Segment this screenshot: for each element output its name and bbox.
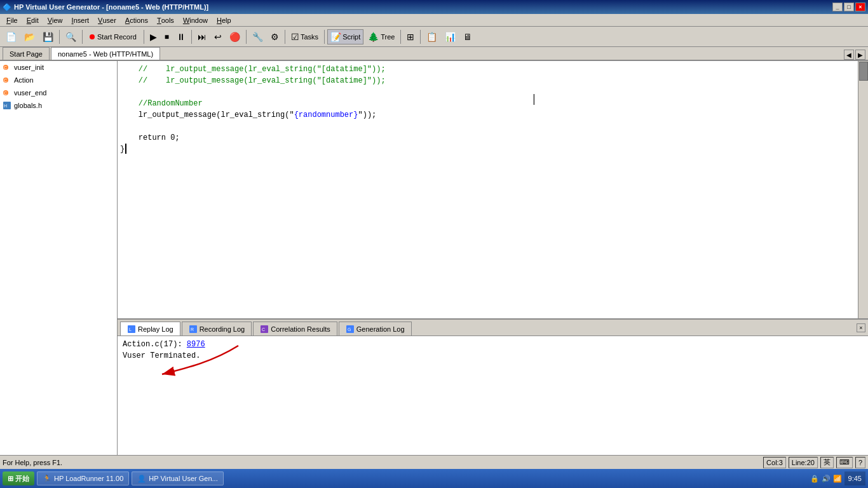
- menu-vuser[interactable]: Vuser: [94, 15, 120, 26]
- tab-navigation[interactable]: ◀ ▶: [844, 50, 865, 60]
- tab-start-page-label: Start Page: [10, 50, 43, 58]
- taskbar: ⊞ 开始 🏃 HP LoadRunner 11.00 👤 HP Virtual …: [0, 469, 868, 488]
- taskbar-clock: 9:45: [844, 471, 865, 485]
- menu-file[interactable]: File: [3, 15, 22, 26]
- menu-window[interactable]: Window: [179, 15, 212, 26]
- tab-prev-button[interactable]: ◀: [844, 50, 854, 60]
- window-controls[interactable]: _ □ ×: [832, 3, 865, 11]
- extra-btn3[interactable]: 🖥: [460, 29, 475, 44]
- main-area: // lr_output_message(lr_eval_string("[da…: [118, 61, 868, 455]
- editor-scrollbar[interactable]: [858, 61, 868, 318]
- menu-view[interactable]: View: [44, 15, 67, 26]
- play-button[interactable]: ▶: [147, 29, 160, 44]
- replay-log-icon: L: [127, 325, 136, 334]
- svg-text:C: C: [4, 91, 7, 95]
- code-editor[interactable]: // lr_output_message(lr_eval_string("[da…: [118, 61, 858, 318]
- separator3: [144, 30, 144, 44]
- app-icon: 🔷: [3, 3, 11, 11]
- log-text-terminated: Vuser Terminated.: [123, 351, 200, 360]
- record-dot-icon: [90, 34, 95, 39]
- start-record-label: Start Record: [97, 33, 137, 41]
- kbd-icon: ⌨: [839, 458, 850, 466]
- svg-text:R: R: [191, 327, 194, 332]
- tab-start-page[interactable]: Start Page: [3, 47, 50, 60]
- log-link-8976[interactable]: 8976: [187, 340, 205, 349]
- taskbar-vug[interactable]: 👤 HP Virtual User Gen...: [132, 471, 223, 485]
- start-button[interactable]: ⊞ 开始: [3, 471, 34, 485]
- script-label: Script: [342, 33, 360, 41]
- menu-edit[interactable]: Edit: [23, 15, 43, 26]
- tab-recording-log[interactable]: R Recording Log: [182, 322, 252, 336]
- tab-next-button[interactable]: ▶: [855, 50, 865, 60]
- file-tree-sidebar: C vuser_init C Action C vuser_end: [0, 61, 118, 455]
- tasks-button[interactable]: ☑ Tasks: [288, 29, 322, 44]
- start-record-button[interactable]: Start Record: [85, 29, 141, 44]
- tab-correlation-results[interactable]: C Correlation Results: [253, 322, 337, 336]
- start-icon: ⊞: [8, 475, 13, 483]
- separator1: [59, 30, 60, 44]
- open-button[interactable]: 📂: [21, 29, 38, 44]
- sidebar-item-globals[interactable]: H globals.h: [0, 99, 117, 112]
- new-button[interactable]: 📄: [3, 29, 20, 44]
- tab-replay-log[interactable]: L Replay Log: [120, 322, 180, 336]
- tasks-label: Tasks: [301, 33, 318, 41]
- find-button[interactable]: 🔍: [62, 29, 79, 44]
- status-bar: For Help, press F1. Col:3 Line:20 英 ⌨ ?: [0, 455, 868, 469]
- separator7: [324, 30, 325, 44]
- toolbar: 📄 📂 💾 🔍 Start Record ▶ ■ ⏸ ⏭ ↩ 🔴 🔧 ⚙ ☑ T…: [0, 27, 868, 47]
- editor-area: // lr_output_message(lr_eval_string("[da…: [118, 61, 868, 318]
- tab-noname5[interactable]: noname5 - Web (HTTP/HTML): [51, 47, 160, 60]
- run-step-button[interactable]: ↩: [211, 29, 225, 44]
- tree-button[interactable]: 🌲 Tree: [365, 29, 398, 44]
- sidebar-item-action[interactable]: C Action: [0, 74, 117, 86]
- tools-btn1[interactable]: 🔧: [249, 29, 266, 44]
- layout-button[interactable]: ⊞: [403, 29, 417, 44]
- volume-icon: 🔊: [822, 475, 831, 483]
- log-text-prefix: Action.c(17):: [123, 340, 187, 349]
- tools-btn2[interactable]: ⚙: [268, 29, 282, 44]
- menu-help[interactable]: Help: [213, 15, 235, 26]
- breakpoint-button[interactable]: 🔴: [226, 29, 243, 44]
- menu-insert[interactable]: Insert: [68, 15, 93, 26]
- separator6: [285, 30, 285, 44]
- extra-btn2[interactable]: 📊: [442, 29, 459, 44]
- file-icon: C: [3, 63, 11, 72]
- sidebar-item-vuser-end[interactable]: C vuser_end: [0, 86, 117, 99]
- recording-log-icon: R: [189, 325, 198, 334]
- code-line: [120, 121, 855, 132]
- file-action-icon: C: [3, 76, 11, 85]
- code-line: return 0;: [120, 132, 855, 144]
- save-button[interactable]: 💾: [39, 29, 57, 44]
- sidebar-item-vuser-init[interactable]: C vuser_init: [0, 61, 117, 74]
- tab-correlation-label: Correlation Results: [271, 325, 330, 333]
- close-button[interactable]: ×: [855, 3, 865, 11]
- bottom-panel-close-button[interactable]: ×: [857, 323, 865, 332]
- script-button[interactable]: 📝 Script: [327, 29, 363, 44]
- sidebar-label-globals: globals.h: [14, 102, 42, 109]
- file-vuser-end-icon: C: [3, 88, 11, 97]
- stop-button[interactable]: ■: [161, 29, 172, 44]
- code-line: // lr_output_message(lr_eval_string("[da…: [120, 64, 855, 75]
- extra-btn1[interactable]: 📋: [423, 29, 440, 44]
- pause-button[interactable]: ⏸: [173, 29, 189, 44]
- svg-text:C: C: [262, 327, 265, 332]
- menu-actions[interactable]: Actions: [121, 15, 152, 26]
- taskbar-loadrunner[interactable]: 🏃 HP LoadRunner 11.00: [37, 471, 129, 485]
- correlation-icon: C: [260, 325, 269, 334]
- help-icon: ?: [858, 459, 862, 466]
- separator4: [191, 30, 192, 44]
- step-button[interactable]: ⏭: [194, 29, 210, 44]
- lang-indicator: 英: [824, 458, 831, 467]
- svg-text:L: L: [129, 327, 132, 332]
- lr-icon: 🏃: [43, 475, 51, 483]
- tab-generation-log-label: Generation Log: [356, 325, 405, 333]
- menu-tools[interactable]: Tools: [153, 15, 178, 26]
- file-globals-icon: H: [3, 101, 11, 110]
- tab-replay-log-label: Replay Log: [138, 325, 173, 333]
- maximize-button[interactable]: □: [844, 3, 854, 11]
- menu-bar: File Edit View Insert Vuser Actions Tool…: [0, 14, 868, 27]
- scrollbar-thumb[interactable]: [859, 62, 868, 81]
- minimize-button[interactable]: _: [832, 3, 843, 11]
- tab-generation-log[interactable]: G Generation Log: [339, 322, 412, 336]
- code-line: //RandomNumber: [120, 98, 855, 109]
